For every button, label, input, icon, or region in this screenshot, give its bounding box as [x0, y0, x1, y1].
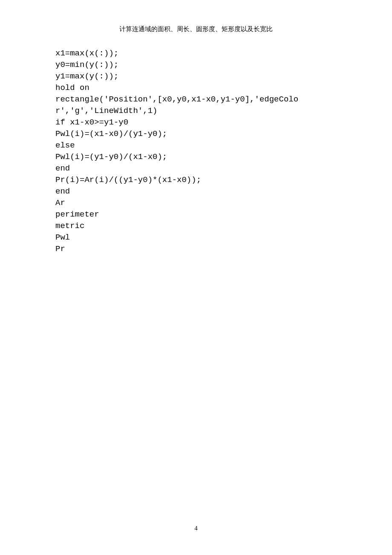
page-header-title: 计算连通域的面积、周长、圆形度、矩形度以及长宽比 — [0, 25, 392, 33]
code-block: x1=max(x(:)); y0=min(y(:)); y1=max(y(:))… — [55, 48, 339, 255]
document-page: 计算连通域的面积、周长、圆形度、矩形度以及长宽比 x1=max(x(:)); y… — [0, 0, 392, 555]
page-number: 4 — [0, 525, 392, 532]
